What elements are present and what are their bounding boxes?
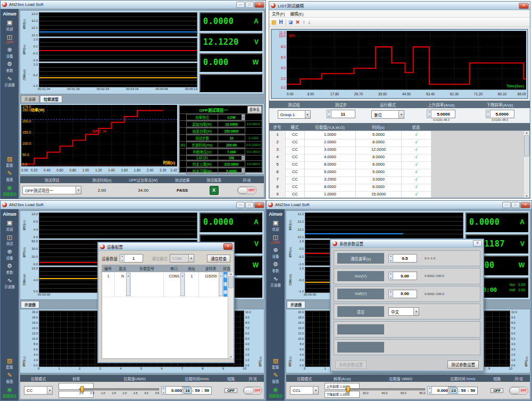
sidebar-item[interactable]: ▣欢迎 <box>6 219 13 232</box>
sidebar-item[interactable]: ▣欢迎 <box>6 19 13 31</box>
sidebar-item[interactable]: ∿示波器 <box>270 275 281 288</box>
setting-value[interactable]: 7.000 <box>218 149 245 155</box>
chevron-down-icon[interactable]: ▼ <box>242 114 245 120</box>
tab-oscilloscope[interactable]: 示波器 <box>287 301 305 308</box>
short-circuit-button[interactable]: OFF <box>491 388 503 393</box>
setting-value[interactable]: LOW▼ <box>218 114 245 120</box>
device-count-stepper[interactable]: ▲▼1 <box>120 255 143 262</box>
sidebar-item[interactable]: ⊕设备 <box>6 46 13 59</box>
device-row[interactable]: 1 N▼ COM1▼ 1 115200▼ 未连接 <box>102 272 228 280</box>
param-value[interactable]: 0.00 <box>393 272 417 280</box>
minimize-button[interactable]: — <box>236 202 245 208</box>
maximize-button[interactable]: □ <box>511 202 520 208</box>
dialog-scrollbar[interactable]: ▲▼ <box>228 272 234 358</box>
load-time-field[interactable]: 23:59:59 <box>448 387 478 395</box>
excel-report-icon[interactable]: X <box>210 186 219 195</box>
sidebar-item[interactable]: ◫CVRP <box>271 234 280 244</box>
param-value[interactable]: 0.00 <box>393 290 417 298</box>
slider-thumb[interactable] <box>346 386 350 392</box>
sidebar-item[interactable]: ⊕设备 <box>6 248 13 260</box>
close-icon[interactable]: ✕ <box>223 243 232 250</box>
language-select[interactable]: 中文▼ <box>388 307 419 316</box>
sidebar-item[interactable]: ⊕设备 <box>272 247 279 259</box>
rename-button[interactable]: 重命名 <box>247 106 262 113</box>
tab-oscilloscope[interactable]: 示波器 <box>21 95 39 102</box>
sidebar-item[interactable]: ⚙参数 <box>6 263 13 275</box>
open-folder-icon[interactable]: ▨ <box>271 19 276 25</box>
param-stepper[interactable]: ▲▼0.00 <box>388 290 417 298</box>
setting-value[interactable]: 250.0000 <box>218 128 245 134</box>
chevron-down-icon[interactable]: ▼ <box>180 273 185 296</box>
sidebar-item[interactable]: ◫测试 <box>6 234 13 246</box>
dialog-titlebar[interactable]: 系统参数设置 ✕ <box>331 240 483 248</box>
param-stepper[interactable]: ▲▼0.5 <box>388 255 417 262</box>
setting-value[interactable]: 5.0000↕ <box>218 168 245 174</box>
menu-file[interactable]: 文件(F) <box>272 11 285 17</box>
sidebar-tool[interactable]: ✎报表 <box>6 372 13 384</box>
close-button[interactable]: ✕ <box>520 202 530 208</box>
load-mode-select[interactable]: CC▼ <box>24 386 53 395</box>
move-up-icon[interactable]: ↑ <box>303 19 305 25</box>
maximize-button[interactable]: □ <box>245 2 254 8</box>
chevron-down-icon[interactable]: ▼ <box>242 156 245 160</box>
menu-edit[interactable]: 编辑(E) <box>290 11 304 17</box>
short-circuit-button[interactable]: OFF <box>225 388 237 393</box>
dialog-titlebar[interactable]: 设备配置 ✕ <box>98 243 234 251</box>
titlebar[interactable]: AN23xx Load Soft — □ ✕ <box>1 201 265 209</box>
tab-oscilloscope[interactable]: 示波器 <box>21 301 39 308</box>
power-toggle[interactable]: OFF <box>237 186 256 194</box>
sidebar-tool[interactable]: ▨配置 <box>6 156 13 168</box>
minimize-button[interactable]: — <box>236 2 245 8</box>
power-toggle[interactable]: OFF <box>509 387 528 395</box>
load-time-field[interactable]: 16:59:59 <box>182 387 212 395</box>
sidebar-tool[interactable]: ✎报表 <box>272 372 279 384</box>
maximize-button[interactable]: □ <box>245 202 254 208</box>
sidebar-item[interactable]: ∿示波器 <box>4 75 15 87</box>
save-icon[interactable]: H <box>279 19 282 25</box>
setting-value[interactable]: 210.0000 <box>218 161 245 167</box>
close-button[interactable]: ✕ <box>254 2 264 8</box>
close-icon[interactable]: ✕ <box>473 240 482 247</box>
titlebar[interactable]: LIST测试编辑 ✕ <box>269 2 530 10</box>
test-params-button[interactable]: 测试参数设置 <box>447 361 479 369</box>
close-button[interactable]: ✕ <box>254 202 264 208</box>
insert-step-icon[interactable]: ◪ <box>289 20 293 24</box>
sidebar-tool[interactable]: ▨配置 <box>6 357 13 370</box>
rise-slope-stepper[interactable]: ▲▼5.0000 <box>427 110 455 118</box>
param-stepper[interactable]: ▲▼0.00 <box>388 272 417 280</box>
test-group-select[interactable]: Group-1▼ <box>278 110 311 119</box>
titlebar[interactable]: AN23xx Load Soft — □ ✕ <box>267 201 531 209</box>
titlebar[interactable]: AN23xx Load Soft — □ ✕ <box>1 1 265 9</box>
sidebar-item[interactable]: ◫OPP <box>6 34 13 44</box>
param-value[interactable]: 0.5 <box>393 254 417 263</box>
test-steps-stepper[interactable]: ▲▼11 <box>327 110 355 118</box>
run-mode-select[interactable]: 复位▼ <box>371 110 404 119</box>
sidebar-item[interactable]: ⚙参数 <box>272 261 279 273</box>
delete-step-icon[interactable]: ✕ <box>295 19 300 25</box>
slider-thumb[interactable] <box>80 386 84 392</box>
setting-value[interactable]: 200.00 <box>218 142 245 148</box>
setting-value[interactable]: ON▼ <box>218 156 245 160</box>
table-scrollbar[interactable]: ▲▼ <box>523 131 529 198</box>
chevron-down-icon[interactable]: ▼ <box>126 273 130 296</box>
comm-check-button[interactable]: 通信检查 <box>207 255 230 263</box>
chevron-down-icon[interactable]: ▼ <box>219 273 223 296</box>
load-mode-select[interactable]: CCL▼ <box>290 386 319 395</box>
setting-value[interactable]: 10 <box>218 135 245 141</box>
move-down-icon[interactable]: ↓ <box>308 19 311 25</box>
power-toggle[interactable]: OFF <box>243 387 262 395</box>
fall-slope-stepper[interactable]: ▲▼5.0000 <box>486 110 514 118</box>
test-project-select[interactable]: OPP测试项目一▼ <box>22 186 81 194</box>
sidebar-tool[interactable]: ✎报表 <box>6 170 13 182</box>
minimize-button[interactable]: — <box>502 202 511 208</box>
spinner-icon[interactable]: ↕ <box>242 168 245 174</box>
tab-load-waveform[interactable]: 拉载波型 <box>40 95 62 102</box>
sidebar-item[interactable]: ▣欢迎 <box>272 219 279 232</box>
sidebar-tool[interactable]: ▨配置 <box>272 357 279 370</box>
close-button[interactable]: ✕ <box>519 3 529 9</box>
load-value-slider[interactable]: 0.020.040.060.080.0 <box>345 386 425 395</box>
sidebar-item[interactable]: ∿示波器 <box>4 277 15 289</box>
setting-value[interactable]: 10.0000 <box>218 121 245 127</box>
load-value-slider[interactable]: 0.00.51.01.52.02.53.03.5 <box>79 386 159 395</box>
sidebar-item[interactable]: ⚙参数 <box>6 61 13 73</box>
